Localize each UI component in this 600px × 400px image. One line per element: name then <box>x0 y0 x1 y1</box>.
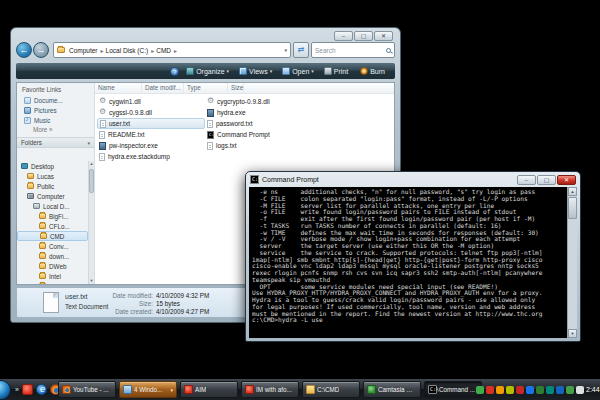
console[interactable]: -e ns additional checks, "n" for null pa… <box>249 187 577 338</box>
search-icon[interactable] <box>386 48 391 53</box>
tray-icon[interactable] <box>516 386 524 394</box>
taskbar-button[interactable]: IM with afo... <box>241 381 299 398</box>
taskbar-button-label: IM with afo... <box>256 386 292 393</box>
minimize-button[interactable]: – <box>517 175 536 185</box>
quick-launch-icon[interactable] <box>36 384 47 395</box>
toolbar-button[interactable]: Views ▾ <box>236 65 275 78</box>
quick-launch-icon[interactable] <box>22 384 33 395</box>
tray-icon[interactable] <box>526 386 534 394</box>
folders-header-label: Folders <box>21 139 42 146</box>
taskbar-button[interactable]: 4 Windo... ▾ <box>119 381 177 398</box>
column-header[interactable]: Name <box>95 83 142 93</box>
scrollbar-thumb[interactable] <box>568 197 577 219</box>
folders-scrollbar[interactable]: ▲ ▼ <box>88 161 94 284</box>
scroll-down-icon[interactable]: ▼ <box>89 278 94 284</box>
command-prompt-titlebar[interactable]: Command Prompt – ▢ ✕ <box>246 172 580 187</box>
console-scrollbar[interactable]: ▲ ▼ <box>567 187 577 338</box>
favorite-link[interactable]: Music <box>17 115 94 125</box>
folder-tree-item[interactable]: Lucas <box>17 171 88 181</box>
tray-icon[interactable] <box>506 386 514 394</box>
back-button[interactable]: ← <box>16 42 32 58</box>
favorite-link[interactable]: Docume... <box>17 95 94 105</box>
toolbar-button[interactable]: Print <box>321 65 353 78</box>
quick-launch: » <box>13 384 61 395</box>
search-input[interactable]: Search <box>311 42 395 58</box>
taskbar-button[interactable]: YouTube - ... <box>58 381 116 398</box>
maximize-button[interactable]: ▢ <box>537 175 556 185</box>
tray-icon[interactable] <box>566 386 574 394</box>
command-prompt-window[interactable]: Command Prompt – ▢ ✕ -e ns additional ch… <box>245 171 581 342</box>
refresh-button[interactable]: ⇄ <box>293 42 309 58</box>
folder-tree-item[interactable]: DWeb <box>17 261 88 271</box>
file-item[interactable]: logs.txt <box>205 140 313 151</box>
folder-tree-item[interactable]: down... <box>17 251 88 261</box>
tray-icon[interactable] <box>546 386 554 394</box>
toolbar-button[interactable]: Organize ▾ <box>183 65 232 78</box>
breadcrumb-segment[interactable]: Local Disk (C:) <box>105 47 156 54</box>
quick-launch-overflow-icon[interactable]: » <box>15 386 19 393</box>
folder-tree-item[interactable]: CMD <box>17 231 88 241</box>
help-icon[interactable]: ? <box>170 67 179 76</box>
tray-icon[interactable] <box>476 386 484 394</box>
file-item[interactable]: Command Prompt <box>205 129 313 140</box>
address-dropdown-icon[interactable]: ▾ <box>284 47 287 53</box>
tray-icon[interactable] <box>536 386 544 394</box>
favorite-links-more[interactable]: More » <box>17 125 94 135</box>
column-header[interactable]: Size <box>228 83 244 93</box>
folder-tree-item[interactable]: CFLo... <box>17 221 88 231</box>
file-icon <box>207 109 214 117</box>
folder-tree-item[interactable]: Intel <box>17 271 88 281</box>
folder-tree-item[interactable]: Computer <box>17 191 88 201</box>
file-item[interactable]: hydra.exe <box>205 107 313 118</box>
tray-icon[interactable] <box>486 386 494 394</box>
toolbar-button-label: Views <box>249 68 268 75</box>
folder-tree-icon <box>40 233 47 239</box>
scroll-up-icon[interactable]: ▲ <box>568 187 577 196</box>
explorer-toolbar: ? Organize ▾ Views ▾ Open ▾ Print <box>16 63 395 79</box>
folder-tree-item[interactable]: BigFi... <box>17 211 88 221</box>
folder-tree-item[interactable]: PerfL... <box>17 281 88 284</box>
tray-icon[interactable] <box>576 386 584 394</box>
address-breadcrumb[interactable]: ComputerLocal Disk (C:)CMD ▾ <box>53 42 291 58</box>
file-item[interactable]: hydra.exe.stackdump <box>97 151 205 162</box>
tray-icon[interactable] <box>496 386 504 394</box>
file-item[interactable]: cygcrypto-0.9.8.dll <box>205 96 313 107</box>
favorite-link-label: Music <box>34 117 50 124</box>
taskbar-clock[interactable]: 2:44 <box>586 386 600 393</box>
toolbar-button[interactable]: Open ▾ <box>279 65 317 78</box>
file-item[interactable]: cygwin1.dll <box>97 96 205 107</box>
file-name: README.txt <box>108 131 144 138</box>
file-item[interactable]: user.txt <box>97 118 205 129</box>
forward-button[interactable]: → <box>33 42 49 58</box>
scroll-up-icon[interactable]: ▲ <box>89 161 94 167</box>
scroll-down-icon[interactable]: ▼ <box>568 329 577 338</box>
file-item[interactable]: pw-inspector.exe <box>97 140 205 151</box>
favorite-links-title: Favorite Links <box>17 83 94 95</box>
file-item[interactable]: README.txt <box>97 129 205 140</box>
folder-tree-item[interactable]: Public <box>17 181 88 191</box>
folder-tree-item[interactable]: Conv... <box>17 241 88 251</box>
taskbar-button[interactable]: C:\CMD <box>302 381 360 398</box>
column-header[interactable]: Type <box>184 83 228 93</box>
chevron-down-icon[interactable]: ▾ <box>87 140 90 146</box>
favorite-link-icon <box>24 97 31 104</box>
favorite-link[interactable]: Pictures <box>17 105 94 115</box>
favorite-link-label: Pictures <box>34 107 57 114</box>
folder-tree-item[interactable]: Desktop <box>17 161 88 171</box>
breadcrumb-segment[interactable]: Computer <box>68 47 105 54</box>
file-item[interactable]: password.txt <box>205 118 313 129</box>
close-button[interactable]: ✕ <box>557 175 576 185</box>
taskbar-button[interactable]: Camtasia St... <box>363 381 421 398</box>
taskbar-button-icon <box>62 385 71 394</box>
taskbar-button[interactable]: AIM <box>180 381 238 398</box>
file-item[interactable]: cygssl-0.9.8.dll <box>97 107 205 118</box>
breadcrumb-segment[interactable]: CMD <box>155 47 178 54</box>
toolbar-button[interactable]: Burn <box>357 65 390 78</box>
scrollbar-thumb[interactable] <box>89 169 94 193</box>
taskbar-button[interactable]: Command ... <box>424 381 482 398</box>
tray-icon[interactable] <box>556 386 564 394</box>
column-header[interactable]: Date modif... <box>142 83 184 93</box>
folders-header[interactable]: Folders ▾ <box>17 137 94 148</box>
start-button[interactable] <box>0 380 11 400</box>
folder-tree-item[interactable]: Local D... <box>17 201 88 211</box>
